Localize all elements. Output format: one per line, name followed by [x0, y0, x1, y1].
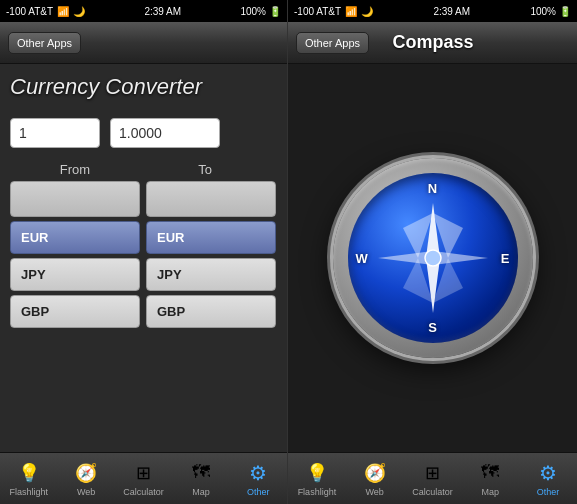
calculator-icon: ⊞ [132, 461, 156, 485]
from-eur[interactable]: EUR [10, 221, 140, 254]
map-icon: 🗺 [189, 461, 213, 485]
from-gbp[interactable]: GBP [10, 295, 140, 328]
left-other-apps-button[interactable]: Other Apps [8, 32, 81, 54]
app-title: Currency Converter [10, 74, 277, 100]
to-blank-item[interactable] [146, 181, 276, 217]
web-label: Web [77, 487, 95, 497]
right-carrier-info: -100 AT&T 📶 🌙 [294, 6, 373, 17]
right-battery-pct: 100% [530, 6, 556, 17]
from-blank-item[interactable] [10, 181, 140, 217]
right-wifi-icon: 📶 [345, 6, 357, 17]
other-icon-left: ⚙ [246, 461, 270, 485]
compass-rose-svg [358, 183, 508, 333]
compass: N S W E [333, 158, 533, 358]
right-right-status: 100% 🔋 [530, 6, 571, 17]
right-phone: -100 AT&T 📶 🌙 2:39 AM 100% 🔋 Other Apps … [288, 0, 577, 504]
currency-converter-app: Currency Converter From To EUR JPY GBP E… [0, 64, 287, 452]
calculator-label: Calculator [123, 487, 164, 497]
right-tab-map[interactable]: 🗺 Map [461, 461, 519, 497]
tab-calculator[interactable]: ⊞ Calculator [115, 461, 172, 497]
from-currency-column: EUR JPY GBP [10, 181, 140, 442]
svg-point-6 [425, 250, 441, 266]
input-row [10, 118, 277, 148]
right-web-icon: 🧭 [363, 461, 387, 485]
left-status-bar: -100 AT&T 📶 🌙 2:39 AM 100% 🔋 [0, 0, 287, 22]
compass-face: N S W E [348, 173, 518, 343]
left-carrier: -100 AT&T [6, 6, 53, 17]
right-moon-icon: 🌙 [361, 6, 373, 17]
right-time: 2:39 AM [433, 6, 470, 17]
right-other-icon: ⚙ [536, 461, 560, 485]
left-time: 2:39 AM [144, 6, 181, 17]
result-input[interactable] [110, 118, 220, 148]
right-nav-title: Compass [393, 32, 474, 53]
left-phone: -100 AT&T 📶 🌙 2:39 AM 100% 🔋 Other Apps … [0, 0, 288, 504]
right-tab-calculator[interactable]: ⊞ Calculator [404, 461, 462, 497]
right-battery-icon: 🔋 [559, 6, 571, 17]
right-map-label: Map [482, 487, 500, 497]
to-currency-column: EUR JPY GBP [146, 181, 276, 442]
tab-map[interactable]: 🗺 Map [172, 461, 229, 497]
left-nav-bar: Other Apps [0, 22, 287, 64]
flashlight-label: Flashlight [9, 487, 48, 497]
compass-app: N S W E [288, 64, 577, 452]
amount-input[interactable] [10, 118, 100, 148]
right-map-icon: 🗺 [478, 461, 502, 485]
to-jpy[interactable]: JPY [146, 258, 276, 291]
right-calculator-icon: ⊞ [420, 461, 444, 485]
tab-web[interactable]: 🧭 Web [57, 461, 114, 497]
left-wifi-icon: 📶 [57, 6, 69, 17]
left-tab-bar: 💡 Flashlight 🧭 Web ⊞ Calculator 🗺 Map ⚙ … [0, 452, 287, 504]
right-flashlight-icon: 💡 [305, 461, 329, 485]
right-status-bar: -100 AT&T 📶 🌙 2:39 AM 100% 🔋 [288, 0, 577, 22]
right-other-apps-button[interactable]: Other Apps [296, 32, 369, 54]
right-tab-flashlight[interactable]: 💡 Flashlight [288, 461, 346, 497]
to-gbp[interactable]: GBP [146, 295, 276, 328]
tab-other-left[interactable]: ⚙ Other [230, 461, 287, 497]
from-label: From [10, 162, 140, 177]
to-label: To [140, 162, 270, 177]
right-web-label: Web [366, 487, 384, 497]
flashlight-icon: 💡 [17, 461, 41, 485]
currency-list: EUR JPY GBP EUR JPY GBP [10, 181, 277, 442]
map-label: Map [192, 487, 210, 497]
right-nav-bar: Other Apps Compass [288, 22, 577, 64]
right-carrier: -100 AT&T [294, 6, 341, 17]
right-tab-other[interactable]: ⚙ Other [519, 461, 577, 497]
from-jpy[interactable]: JPY [10, 258, 140, 291]
left-right-status: 100% 🔋 [240, 6, 281, 17]
right-other-label: Other [537, 487, 560, 497]
left-carrier-info: -100 AT&T 📶 🌙 [6, 6, 85, 17]
right-tab-web[interactable]: 🧭 Web [346, 461, 404, 497]
right-flashlight-label: Flashlight [298, 487, 337, 497]
left-moon-icon: 🌙 [73, 6, 85, 17]
tab-flashlight[interactable]: 💡 Flashlight [0, 461, 57, 497]
compass-outer-ring: N S W E [333, 158, 533, 358]
other-label-left: Other [247, 487, 270, 497]
right-tab-bar: 💡 Flashlight 🧭 Web ⊞ Calculator 🗺 Map ⚙ … [288, 452, 577, 504]
left-battery-icon: 🔋 [269, 6, 281, 17]
right-calculator-label: Calculator [412, 487, 453, 497]
web-icon: 🧭 [74, 461, 98, 485]
from-to-row: From To [10, 162, 277, 177]
left-battery-pct: 100% [240, 6, 266, 17]
to-eur[interactable]: EUR [146, 221, 276, 254]
